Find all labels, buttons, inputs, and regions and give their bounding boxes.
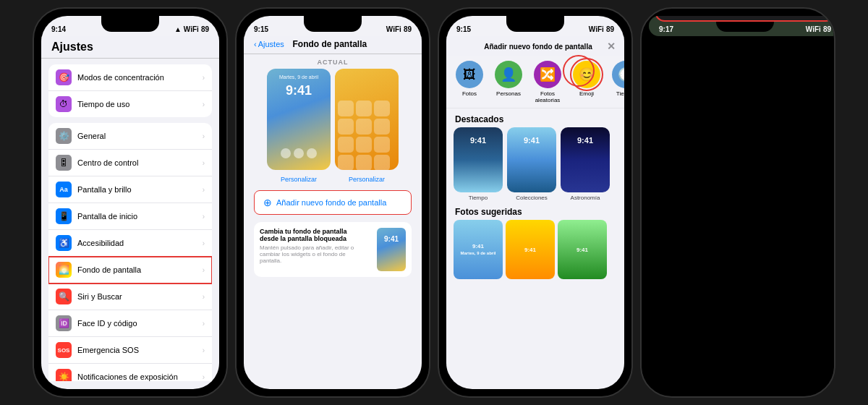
people-type-label: Personas (496, 90, 521, 97)
settings-item-sos[interactable]: SOS Emergencia SOS › (48, 337, 212, 364)
general-label: General (77, 132, 203, 140)
control-label: Centro de control (77, 158, 203, 167)
wallpaper-previews: Martes, 9 de abril 9:41 Personalizar (244, 69, 422, 183)
wallpaper-icon: 🌅 (56, 262, 72, 278)
change-info-title: Cambia tu fondo de pantalla desde la pan… (260, 228, 367, 242)
weather-type-label: Tiempo (616, 90, 624, 97)
settings-item-display[interactable]: Aa Pantalla y brillo › (48, 176, 212, 203)
suggested-3[interactable]: 9:41 (558, 220, 607, 279)
settings-item-wallpaper[interactable]: 🌅 Fondo de pantalla › (48, 257, 212, 284)
settings-item-control[interactable]: 🎛 Centro de control › (48, 150, 212, 176)
accessibility-icon: ♿ (56, 235, 72, 251)
exposure-label: Notificaciones de exposición (77, 372, 203, 381)
notch-3 (506, 16, 564, 32)
screen-time-label: Tiempo de uso (77, 100, 203, 108)
suggested-2[interactable]: 9:41 (506, 220, 555, 279)
type-photos[interactable]: 🖼 Fotos (454, 61, 485, 103)
featured-grid: 9:41 Tiempo 9:41 Colecciones 9:41 Astron… (446, 127, 624, 201)
featured-header: Destacados (446, 108, 624, 127)
screen-time-icon: ⏱ (56, 96, 72, 112)
display-label: Pantalla y brillo (77, 185, 203, 194)
screen-chooser: 9:15 WiFi89 Añadir nuevo fondo de pantal… (446, 16, 624, 389)
homescreen-label: Pantalla de inicio (77, 212, 203, 221)
settings-item-screen-time[interactable]: ⏱ Tiempo de uso › (48, 91, 212, 117)
settings-item-siri[interactable]: 🔍 Siri y Buscar › (48, 284, 212, 310)
type-weather[interactable]: 🕐 Tiempo (610, 61, 624, 103)
status-icons-1: ▲ WiFi 89 (174, 25, 209, 33)
concentration-label: Modos de concentración (77, 73, 203, 82)
screen-settings: 9:14 ▲ WiFi 89 Ajustes 🎯 Modos de concen… (41, 16, 219, 389)
type-emoji[interactable]: 😊 Emoji (571, 61, 603, 103)
siri-label: Siri y Buscar (77, 292, 203, 301)
chooser-title: Añadir nuevo fondo de pantalla (484, 43, 592, 51)
notch-2 (304, 16, 362, 32)
featured-time-label: Tiempo (469, 195, 488, 201)
settings-item-homescreen[interactable]: 📱 Pantalla de inicio › (48, 203, 212, 230)
display-icon: Aa (56, 182, 72, 197)
add-wallpaper-label: Añadir nuevo fondo de pantalla (276, 198, 386, 207)
notch-1 (101, 16, 159, 32)
settings-section-1: 🎯 Modos de concentración › ⏱ Tiempo de u… (48, 64, 212, 117)
change-info-desc: Mantén pulsado para añadir, editar o cam… (260, 244, 367, 264)
wp-lock-date: Martes, 9 de abril (267, 74, 331, 80)
featured-time[interactable]: 9:41 Tiempo (454, 127, 503, 201)
sos-label: Emergencia SOS (77, 346, 203, 354)
personalize-home-btn[interactable]: Personalizar (349, 176, 385, 183)
featured-collections[interactable]: 9:41 Colecciones (507, 127, 556, 201)
chooser-close-btn[interactable]: ✕ (607, 40, 616, 52)
suggested-header: Fotos sugeridas (446, 201, 624, 220)
wp-lock-time: 9:41 (267, 83, 331, 98)
change-info-card: Cambia tu fondo de pantalla desde la pan… (254, 222, 412, 277)
suggested-grid: 9:41Martes, 9 de abril 9:41 9:41 (446, 220, 624, 279)
wallpaper-label: Fondo de pantalla (77, 265, 203, 274)
general-icon: ⚙️ (56, 128, 72, 144)
concentration-icon: 🎯 (56, 69, 72, 85)
status-time-4: 9:17 (659, 25, 673, 33)
current-label: ACTUAL (244, 59, 422, 66)
chooser-header: Añadir nuevo fondo de pantalla ✕ (446, 36, 624, 56)
screen-wallpaper: 9:15 WiFi89 ‹ Ajustes Fondo de pantalla … (244, 16, 422, 389)
change-info-preview: 9:41 (377, 228, 406, 271)
type-people[interactable]: 👤 Personas (493, 61, 524, 103)
emoji-panel: 2/6 ✕ ANIMALES Y NATURALEZA 🐦🐝🦋🐌🐞🐜🦗🪲🐢🦎🐍🦕… (655, 16, 835, 22)
sos-icon: SOS (56, 342, 72, 358)
accessibility-label: Accesibilidad (77, 239, 203, 247)
phone-2: 9:15 WiFi89 ‹ Ajustes Fondo de pantalla … (235, 7, 430, 398)
featured-collections-label: Colecciones (516, 195, 548, 201)
faceid-label: Face ID y código (77, 319, 203, 328)
status-time-2: 9:15 (254, 25, 268, 33)
homescreen-preview[interactable] (335, 69, 399, 170)
featured-astronomy[interactable]: 9:41 Astronomía (561, 127, 610, 201)
back-button[interactable]: ‹ Ajustes (254, 40, 284, 48)
random-type-icon: 🔀 (534, 61, 561, 88)
settings-section-2: ⚙️ General › 🎛 Centro de control › Aa Pa… (48, 123, 212, 381)
faceid-icon: 🆔 (56, 315, 72, 331)
people-type-icon: 👤 (495, 61, 522, 88)
settings-item-faceid[interactable]: 🆔 Face ID y código › (48, 310, 212, 337)
settings-title: Ajustes (51, 40, 93, 53)
settings-item-exposure[interactable]: ☀️ Notificaciones de exposición › (48, 364, 212, 381)
personalize-lock-btn[interactable]: Personalizar (281, 176, 317, 183)
photos-type-label: Fotos (462, 90, 477, 97)
settings-list[interactable]: 🎯 Modos de concentración › ⏱ Tiempo de u… (41, 59, 219, 381)
phone-4: 🦕🦖🦎🐊🦜🦚🦩🦢🦡🦫🦦🦥🐿🦔🦇🐓🦃🦤🕊🐇🦝🦨🦡🐈🐅🐆🦁🐻🐼🐨🦘🦙🦌🐑🐐🦬🐄🐷🐮🦏… (640, 7, 835, 398)
status-time-3: 9:15 (456, 25, 471, 33)
phone-1: 9:14 ▲ WiFi 89 Ajustes 🎯 Modos de concen… (33, 7, 228, 398)
featured-collections-thumb: 9:41 (507, 127, 556, 192)
settings-item-accessibility[interactable]: ♿ Accesibilidad › (48, 230, 212, 257)
suggested-1[interactable]: 9:41Martes, 9 de abril (454, 220, 503, 279)
control-icon: 🎛 (56, 155, 72, 171)
siri-icon: 🔍 (56, 289, 72, 304)
emoji-type-icon: 😊 (573, 61, 600, 88)
settings-item-general[interactable]: ⚙️ General › (48, 123, 212, 150)
photos-type-icon: 🖼 (456, 61, 483, 88)
homescreen-icon: 📱 (56, 208, 72, 224)
wallpaper-nav-title: Fondo de pantalla (284, 39, 375, 49)
add-wallpaper-button[interactable]: ⊕ Añadir nuevo fondo de pantalla (254, 190, 412, 215)
type-selector[interactable]: 🖼 Fotos 👤 Personas 🔀 Fotos aleatorias 😊 … (446, 56, 624, 108)
settings-item-concentration[interactable]: 🎯 Modos de concentración › (48, 64, 212, 91)
featured-astronomy-label: Astronomía (571, 195, 600, 201)
type-random[interactable]: 🔀 Fotos aleatorias (532, 61, 563, 103)
home-grid (335, 98, 399, 170)
lockscreen-preview[interactable]: Martes, 9 de abril 9:41 (267, 69, 331, 170)
